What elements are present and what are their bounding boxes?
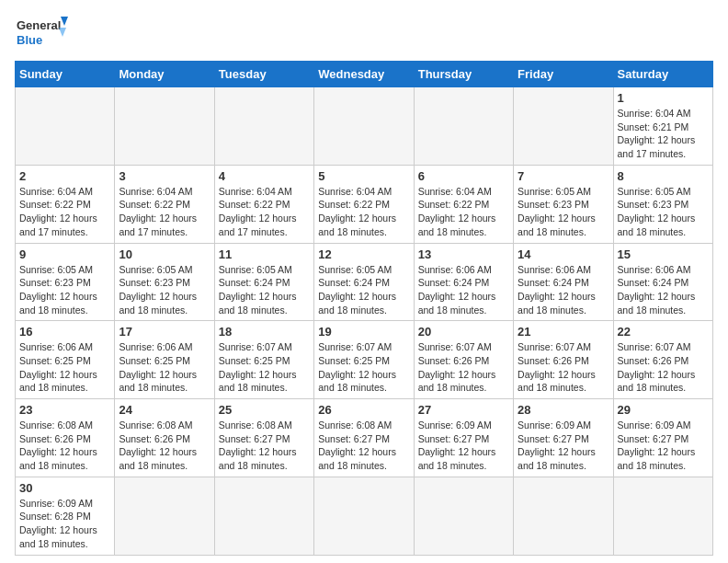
day-number: 10	[119, 247, 210, 261]
day-info-line: Sunset: 6:27 PM	[219, 432, 310, 446]
day-number: 30	[19, 481, 110, 495]
day-info: Sunrise: 6:08 AMSunset: 6:27 PMDaylight:…	[219, 419, 310, 473]
day-number: 7	[518, 169, 609, 183]
day-info-line: Sunset: 6:24 PM	[518, 276, 609, 290]
day-number: 27	[418, 403, 509, 417]
day-info: Sunrise: 6:08 AMSunset: 6:27 PMDaylight:…	[318, 419, 409, 473]
calendar-cell: 14Sunrise: 6:06 AMSunset: 6:24 PMDayligh…	[514, 243, 613, 321]
day-info-line: Sunset: 6:25 PM	[219, 354, 310, 368]
calendar-cell: 29Sunrise: 6:09 AMSunset: 6:27 PMDayligh…	[613, 399, 712, 477]
svg-text:Blue: Blue	[17, 33, 42, 47]
day-number: 23	[19, 403, 110, 417]
day-info: Sunrise: 6:04 AMSunset: 6:22 PMDaylight:…	[219, 185, 310, 239]
calendar-cell: 6Sunrise: 6:04 AMSunset: 6:22 PMDaylight…	[414, 165, 513, 243]
calendar-header: SundayMondayTuesdayWednesdayThursdayFrid…	[16, 62, 713, 87]
day-info-line: Sunset: 6:24 PM	[418, 276, 509, 290]
day-number: 13	[418, 247, 509, 261]
weekday-header-friday: Friday	[514, 62, 613, 87]
day-info-line: Daylight: 12 hours and 18 minutes.	[418, 212, 509, 238]
day-info-line: Sunset: 6:22 PM	[318, 198, 409, 212]
day-info-line: Sunrise: 6:04 AM	[618, 107, 709, 121]
day-info-line: Sunrise: 6:08 AM	[119, 419, 210, 432]
day-info: Sunrise: 6:05 AMSunset: 6:24 PMDaylight:…	[318, 263, 409, 317]
calendar-cell: 19Sunrise: 6:07 AMSunset: 6:25 PMDayligh…	[314, 321, 414, 399]
day-info: Sunrise: 6:06 AMSunset: 6:25 PMDaylight:…	[19, 340, 110, 395]
logo: General Blue	[15, 15, 70, 52]
calendar-body: 1Sunrise: 6:04 AMSunset: 6:21 PMDaylight…	[16, 87, 713, 556]
day-number: 28	[518, 403, 609, 417]
calendar-cell: 17Sunrise: 6:06 AMSunset: 6:25 PMDayligh…	[115, 321, 214, 399]
day-number: 2	[19, 169, 110, 183]
day-info: Sunrise: 6:07 AMSunset: 6:26 PMDaylight:…	[518, 340, 609, 395]
day-info-line: Daylight: 12 hours and 18 minutes.	[318, 212, 409, 238]
calendar-week-5: 23Sunrise: 6:08 AMSunset: 6:26 PMDayligh…	[16, 399, 713, 477]
day-info-line: Daylight: 12 hours and 18 minutes.	[618, 290, 709, 316]
calendar-cell	[214, 87, 313, 166]
day-info-line: Sunset: 6:23 PM	[518, 198, 609, 212]
day-info: Sunrise: 6:07 AMSunset: 6:25 PMDaylight:…	[318, 340, 409, 395]
svg-text:General: General	[17, 18, 61, 32]
day-info: Sunrise: 6:04 AMSunset: 6:22 PMDaylight:…	[19, 185, 110, 239]
day-info-line: Sunrise: 6:06 AM	[518, 263, 609, 277]
day-info-line: Sunrise: 6:07 AM	[418, 340, 509, 354]
day-info-line: Daylight: 12 hours and 18 minutes.	[618, 445, 709, 472]
day-info-line: Sunset: 6:23 PM	[119, 276, 210, 290]
day-info-line: Sunrise: 6:06 AM	[418, 263, 509, 277]
day-info-line: Sunset: 6:26 PM	[618, 354, 709, 368]
day-number: 5	[318, 169, 409, 183]
day-number: 25	[219, 403, 310, 417]
day-info-line: Sunset: 6:25 PM	[19, 354, 110, 368]
day-info-line: Sunset: 6:27 PM	[418, 432, 509, 446]
day-info-line: Sunrise: 6:04 AM	[119, 185, 210, 199]
calendar-cell: 13Sunrise: 6:06 AMSunset: 6:24 PMDayligh…	[414, 243, 513, 321]
day-number: 6	[418, 169, 509, 183]
day-info-line: Sunset: 6:22 PM	[219, 198, 310, 212]
calendar-week-4: 16Sunrise: 6:06 AMSunset: 6:25 PMDayligh…	[16, 321, 713, 399]
day-info-line: Sunset: 6:21 PM	[618, 121, 709, 134]
calendar-cell: 12Sunrise: 6:05 AMSunset: 6:24 PMDayligh…	[314, 243, 414, 321]
day-info-line: Sunset: 6:26 PM	[518, 354, 609, 368]
day-info-line: Sunrise: 6:05 AM	[318, 263, 409, 277]
weekday-header-thursday: Thursday	[414, 62, 513, 87]
day-info-line: Daylight: 12 hours and 18 minutes.	[618, 368, 709, 395]
calendar-week-6: 30Sunrise: 6:09 AMSunset: 6:28 PMDayligh…	[16, 477, 713, 555]
day-number: 14	[518, 247, 609, 261]
day-info-line: Sunrise: 6:04 AM	[318, 185, 409, 199]
calendar-cell: 8Sunrise: 6:05 AMSunset: 6:23 PMDaylight…	[613, 165, 712, 243]
calendar-cell: 5Sunrise: 6:04 AMSunset: 6:22 PMDaylight…	[314, 165, 414, 243]
day-info-line: Sunrise: 6:09 AM	[19, 497, 110, 511]
day-info-line: Daylight: 12 hours and 18 minutes.	[119, 290, 210, 316]
page-header: General Blue	[15, 15, 713, 52]
calendar-cell	[514, 477, 613, 555]
day-info-line: Daylight: 12 hours and 18 minutes.	[119, 368, 210, 395]
day-info-line: Sunrise: 6:07 AM	[618, 340, 709, 354]
svg-marker-3	[59, 28, 66, 37]
weekday-header-tuesday: Tuesday	[214, 62, 313, 87]
day-info-line: Sunset: 6:27 PM	[618, 432, 709, 446]
day-info-line: Sunset: 6:28 PM	[19, 510, 110, 523]
day-info-line: Sunrise: 6:09 AM	[418, 419, 509, 432]
day-info-line: Daylight: 12 hours and 18 minutes.	[518, 290, 609, 316]
calendar-cell: 16Sunrise: 6:06 AMSunset: 6:25 PMDayligh…	[16, 321, 115, 399]
day-info: Sunrise: 6:06 AMSunset: 6:24 PMDaylight:…	[418, 263, 509, 317]
calendar-cell: 1Sunrise: 6:04 AMSunset: 6:21 PMDaylight…	[613, 87, 712, 166]
calendar-cell	[115, 87, 214, 166]
calendar-week-1: 1Sunrise: 6:04 AMSunset: 6:21 PMDaylight…	[16, 87, 713, 166]
weekday-header-saturday: Saturday	[613, 62, 712, 87]
day-info-line: Sunset: 6:26 PM	[418, 354, 509, 368]
day-info-line: Sunset: 6:27 PM	[518, 432, 609, 446]
day-info: Sunrise: 6:05 AMSunset: 6:23 PMDaylight:…	[518, 185, 609, 239]
day-info-line: Sunrise: 6:08 AM	[318, 419, 409, 432]
calendar-cell: 21Sunrise: 6:07 AMSunset: 6:26 PMDayligh…	[514, 321, 613, 399]
day-info: Sunrise: 6:07 AMSunset: 6:26 PMDaylight:…	[418, 340, 509, 395]
day-number: 12	[318, 247, 409, 261]
calendar-week-3: 9Sunrise: 6:05 AMSunset: 6:23 PMDaylight…	[16, 243, 713, 321]
day-info: Sunrise: 6:05 AMSunset: 6:23 PMDaylight:…	[19, 263, 110, 317]
calendar-cell: 7Sunrise: 6:05 AMSunset: 6:23 PMDaylight…	[514, 165, 613, 243]
day-info-line: Sunset: 6:24 PM	[618, 276, 709, 290]
day-info-line: Sunrise: 6:06 AM	[19, 340, 110, 354]
day-info: Sunrise: 6:04 AMSunset: 6:21 PMDaylight:…	[618, 107, 709, 161]
generalblue-logo-icon: General Blue	[15, 15, 70, 52]
day-info-line: Sunset: 6:23 PM	[19, 276, 110, 290]
day-info-line: Sunrise: 6:04 AM	[418, 185, 509, 199]
